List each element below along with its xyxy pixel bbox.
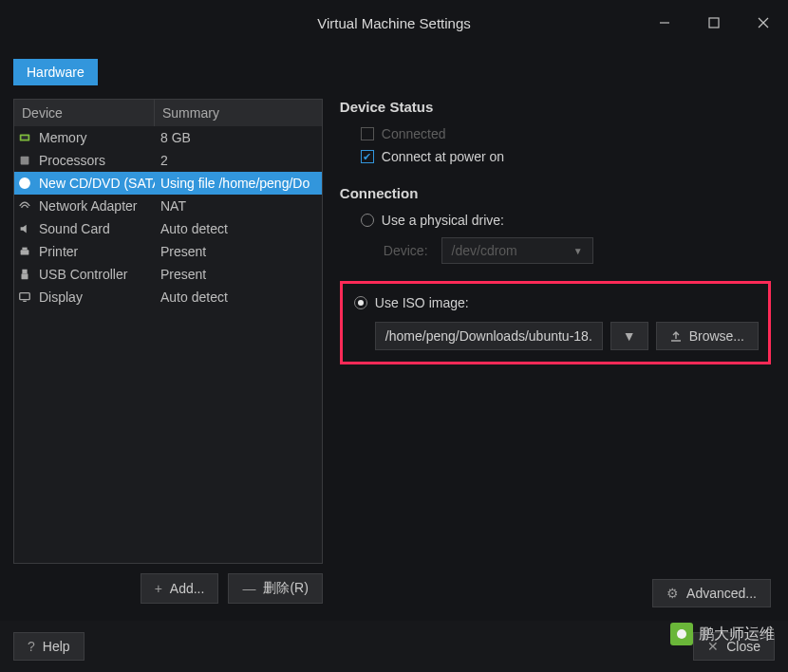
- connected-label: Connected: [382, 126, 446, 141]
- device-detail-panel: Device Status Connected Connect at power…: [336, 99, 775, 604]
- physical-drive-label: Use a physical drive:: [382, 213, 504, 228]
- titlebar: Virtual Machine Settings: [0, 0, 788, 46]
- iso-radio[interactable]: [354, 296, 367, 309]
- table-header: Device Summary: [14, 100, 322, 126]
- close-button-label: Close: [726, 639, 760, 654]
- upload-icon: [670, 330, 682, 342]
- device-row[interactable]: New CD/DVD (SATA)Using file /home/peng/D…: [14, 172, 322, 195]
- device-row[interactable]: DisplayAuto detect: [14, 286, 322, 308]
- help-button[interactable]: ? Help: [13, 632, 84, 661]
- svg-rect-12: [22, 273, 28, 279]
- device-name: Sound Card: [35, 221, 155, 236]
- chevron-down-icon: ▼: [573, 246, 583, 256]
- physical-device-value: /dev/cdrom: [452, 243, 517, 258]
- connect-power-row[interactable]: Connect at power on: [340, 145, 771, 168]
- svg-rect-6: [21, 157, 29, 165]
- minimize-button[interactable]: [640, 0, 689, 46]
- maximize-button[interactable]: [689, 0, 739, 46]
- printer-icon: [14, 245, 35, 258]
- net-icon: [14, 199, 35, 213]
- window-controls: [640, 0, 788, 46]
- right-actions: ⚙ Advanced...: [652, 579, 771, 607]
- iso-radio-row[interactable]: Use ISO image:: [352, 291, 759, 314]
- device-status-title: Device Status: [340, 99, 771, 115]
- usb-icon: [14, 268, 35, 281]
- connect-power-checkbox[interactable]: [361, 150, 374, 163]
- help-button-label: Help: [43, 639, 70, 654]
- sound-icon: [14, 222, 35, 235]
- help-icon: ?: [28, 639, 35, 654]
- iso-path-dropdown[interactable]: ▼: [610, 322, 648, 350]
- add-button[interactable]: + Add...: [141, 573, 219, 604]
- svg-rect-9: [21, 250, 29, 254]
- device-name: Memory: [35, 130, 155, 145]
- close-window-button[interactable]: [739, 0, 788, 46]
- physical-device-dropdown: /dev/cdrom ▼: [441, 237, 593, 264]
- tab-row: Hardware: [0, 46, 788, 85]
- device-name: Display: [35, 289, 155, 305]
- device-summary: 2: [155, 153, 322, 168]
- advanced-button-label: Advanced...: [686, 586, 757, 601]
- hardware-list-panel: Device Summary Memory8 GBProcessors2New …: [13, 99, 323, 604]
- device-row[interactable]: Processors2: [14, 149, 322, 172]
- connect-power-label: Connect at power on: [382, 149, 504, 164]
- device-row[interactable]: USB ControllerPresent: [14, 263, 322, 286]
- device-table: Device Summary Memory8 GBProcessors2New …: [13, 99, 323, 564]
- device-summary: Present: [155, 244, 322, 259]
- device-name: Printer: [35, 244, 155, 259]
- device-name: Network Adapter: [35, 198, 155, 214]
- cpu-icon: [14, 154, 35, 167]
- table-body: Memory8 GBProcessors2New CD/DVD (SATA)Us…: [14, 126, 322, 308]
- svg-rect-10: [22, 248, 27, 251]
- physical-device-subrow: Device: /dev/cdrom ▼: [340, 232, 771, 270]
- disc-icon: [14, 177, 35, 190]
- chip-icon: [14, 131, 35, 144]
- device-summary: NAT: [155, 198, 322, 214]
- connected-row: Connected: [340, 122, 771, 145]
- iso-highlight: Use ISO image: /home/peng/Downloads/ubun…: [340, 281, 771, 364]
- iso-input-row: /home/peng/Downloads/ubuntu-18. ▼ Browse…: [352, 314, 759, 350]
- table-actions: + Add... — 删除(R): [13, 573, 323, 604]
- device-summary: Auto detect: [155, 221, 322, 236]
- remove-button-label: 删除(R): [263, 580, 308, 597]
- dialog-footer: ? Help ✕ Close: [0, 621, 788, 672]
- svg-rect-1: [709, 18, 719, 28]
- remove-button[interactable]: — 删除(R): [228, 573, 322, 604]
- device-row[interactable]: Sound CardAuto detect: [14, 217, 322, 240]
- device-row[interactable]: Memory8 GB: [14, 126, 322, 149]
- advanced-button[interactable]: ⚙ Advanced...: [652, 579, 771, 607]
- device-name: USB Controller: [35, 267, 155, 282]
- svg-rect-5: [22, 136, 28, 140]
- connected-checkbox: [361, 127, 374, 140]
- device-row[interactable]: PrinterPresent: [14, 240, 322, 263]
- svg-rect-11: [22, 270, 27, 273]
- physical-drive-radio[interactable]: [361, 214, 374, 227]
- minus-icon: —: [242, 581, 255, 596]
- chevron-down-icon: ▼: [623, 328, 636, 344]
- device-name: Processors: [35, 153, 155, 168]
- physical-drive-radio-row[interactable]: Use a physical drive:: [340, 209, 771, 232]
- browse-button-label: Browse...: [689, 328, 744, 344]
- device-status-section: Device Status Connected Connect at power…: [340, 99, 771, 168]
- add-button-label: Add...: [170, 581, 205, 596]
- svg-rect-13: [20, 293, 30, 300]
- gear-icon: ⚙: [666, 586, 679, 601]
- svg-point-8: [24, 182, 27, 185]
- device-row[interactable]: Network AdapterNAT: [14, 195, 322, 217]
- device-summary: Present: [155, 267, 322, 282]
- physical-device-label: Device:: [384, 243, 428, 258]
- browse-button[interactable]: Browse...: [656, 322, 759, 350]
- minimize-icon: [659, 17, 670, 28]
- window-title: Virtual Machine Settings: [317, 15, 470, 31]
- tab-hardware[interactable]: Hardware: [13, 59, 98, 85]
- header-summary[interactable]: Summary: [155, 100, 322, 126]
- device-summary: 8 GB: [155, 130, 322, 145]
- header-device[interactable]: Device: [14, 100, 155, 126]
- iso-path-input[interactable]: /home/peng/Downloads/ubuntu-18.: [375, 322, 603, 350]
- iso-label: Use ISO image:: [375, 295, 469, 310]
- close-button[interactable]: ✕ Close: [693, 632, 775, 661]
- device-summary: Using file /home/peng/Do: [155, 176, 322, 191]
- display-icon: [14, 290, 35, 304]
- maximize-icon: [708, 17, 720, 28]
- plus-icon: +: [155, 581, 162, 596]
